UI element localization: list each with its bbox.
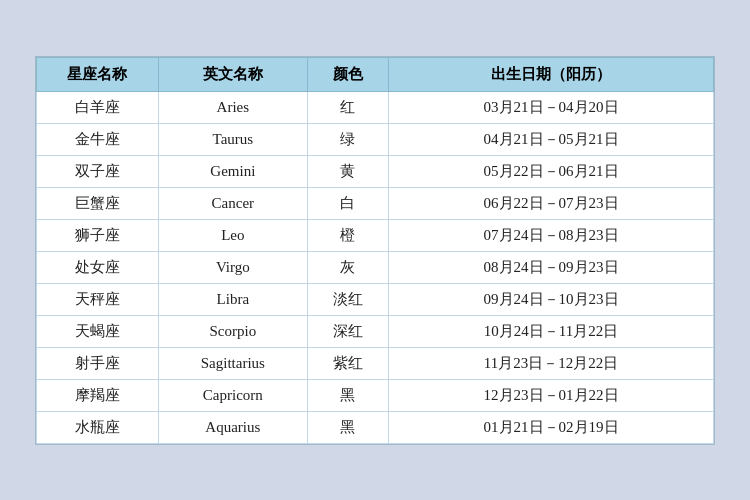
cell-color: 深红 [307,315,388,347]
cell-en: Gemini [158,155,307,187]
cell-date: 05月22日－06月21日 [389,155,714,187]
cell-zh: 射手座 [37,347,159,379]
cell-en: Capricorn [158,379,307,411]
cell-date: 11月23日－12月22日 [389,347,714,379]
cell-en: Aquarius [158,411,307,443]
header-zh: 星座名称 [37,57,159,91]
cell-en: Cancer [158,187,307,219]
cell-color: 紫红 [307,347,388,379]
header-date: 出生日期（阳历） [389,57,714,91]
cell-color: 红 [307,91,388,123]
table-body: 白羊座Aries红03月21日－04月20日金牛座Taurus绿04月21日－0… [37,91,714,443]
cell-zh: 巨蟹座 [37,187,159,219]
cell-color: 白 [307,187,388,219]
cell-date: 10月24日－11月22日 [389,315,714,347]
table-row: 天蝎座Scorpio深红10月24日－11月22日 [37,315,714,347]
cell-zh: 白羊座 [37,91,159,123]
header-color: 颜色 [307,57,388,91]
cell-date: 04月21日－05月21日 [389,123,714,155]
cell-date: 06月22日－07月23日 [389,187,714,219]
cell-zh: 狮子座 [37,219,159,251]
table-row: 水瓶座Aquarius黑01月21日－02月19日 [37,411,714,443]
table-row: 金牛座Taurus绿04月21日－05月21日 [37,123,714,155]
table-header-row: 星座名称 英文名称 颜色 出生日期（阳历） [37,57,714,91]
header-en: 英文名称 [158,57,307,91]
cell-en: Virgo [158,251,307,283]
cell-color: 绿 [307,123,388,155]
cell-color: 橙 [307,219,388,251]
cell-date: 03月21日－04月20日 [389,91,714,123]
table-row: 摩羯座Capricorn黑12月23日－01月22日 [37,379,714,411]
cell-color: 淡红 [307,283,388,315]
cell-date: 12月23日－01月22日 [389,379,714,411]
cell-zh: 水瓶座 [37,411,159,443]
cell-zh: 天蝎座 [37,315,159,347]
cell-en: Sagittarius [158,347,307,379]
zodiac-table: 星座名称 英文名称 颜色 出生日期（阳历） 白羊座Aries红03月21日－04… [36,57,714,444]
cell-zh: 双子座 [37,155,159,187]
zodiac-table-wrapper: 星座名称 英文名称 颜色 出生日期（阳历） 白羊座Aries红03月21日－04… [35,56,715,445]
cell-en: Scorpio [158,315,307,347]
cell-color: 黄 [307,155,388,187]
table-row: 处女座Virgo灰08月24日－09月23日 [37,251,714,283]
cell-zh: 摩羯座 [37,379,159,411]
cell-color: 黑 [307,379,388,411]
cell-color: 灰 [307,251,388,283]
cell-zh: 天秤座 [37,283,159,315]
cell-zh: 金牛座 [37,123,159,155]
cell-en: Aries [158,91,307,123]
table-row: 白羊座Aries红03月21日－04月20日 [37,91,714,123]
table-row: 巨蟹座Cancer白06月22日－07月23日 [37,187,714,219]
cell-date: 01月21日－02月19日 [389,411,714,443]
cell-en: Taurus [158,123,307,155]
cell-date: 08月24日－09月23日 [389,251,714,283]
cell-en: Leo [158,219,307,251]
cell-en: Libra [158,283,307,315]
table-row: 天秤座Libra淡红09月24日－10月23日 [37,283,714,315]
table-row: 狮子座Leo橙07月24日－08月23日 [37,219,714,251]
table-row: 射手座Sagittarius紫红11月23日－12月22日 [37,347,714,379]
cell-zh: 处女座 [37,251,159,283]
cell-date: 09月24日－10月23日 [389,283,714,315]
table-row: 双子座Gemini黄05月22日－06月21日 [37,155,714,187]
cell-date: 07月24日－08月23日 [389,219,714,251]
cell-color: 黑 [307,411,388,443]
